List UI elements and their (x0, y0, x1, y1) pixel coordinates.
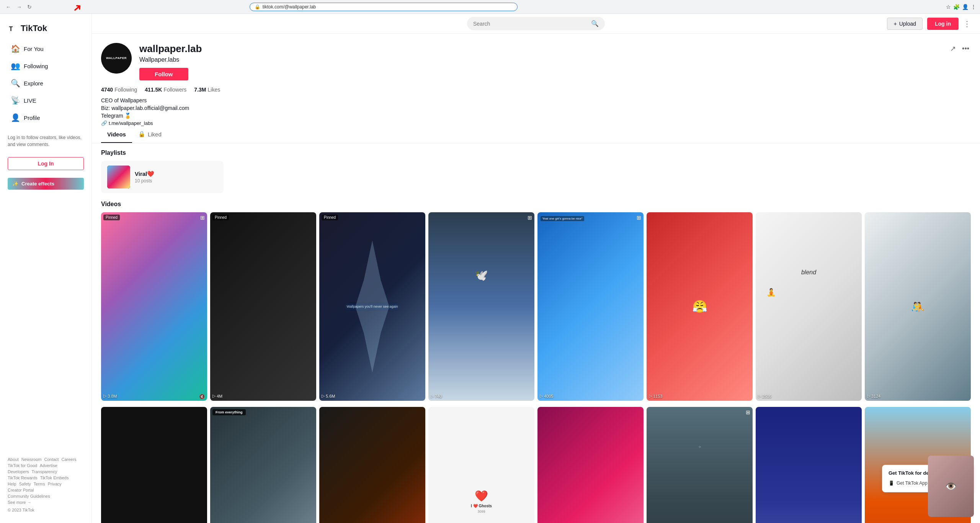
likes-label: Likes (207, 87, 220, 93)
video-overlay-text-3: Wallpapers you'll never see again (347, 305, 398, 308)
sidebar-footer: About Newsroom Contact Careers TikTok fo… (0, 453, 91, 517)
following-icon: 👥 (11, 61, 20, 70)
footer-link-developers[interactable]: Developers (8, 469, 29, 474)
more-options-button[interactable]: ••• (960, 43, 971, 54)
upload-plus-icon: + (893, 21, 897, 27)
profile-displayname: Wallpaper.labs (139, 56, 941, 63)
profile-icon[interactable]: 👤 (962, 4, 969, 10)
see-more-text: See more → (8, 500, 31, 505)
sidebar-item-explore[interactable]: 🔍 Explore (3, 75, 88, 92)
footer-link-safety[interactable]: Safety (19, 482, 31, 486)
profile-link-url[interactable]: t.me/wallpaper_labs (109, 120, 153, 126)
video-card-2[interactable]: Pinned ▷ 4M (210, 212, 316, 401)
videos-grid-row1: Pinned ⊞ ▷ 3.8M 🔇 Pinned ▷ 4M (101, 212, 971, 401)
upload-button[interactable]: + Upload (887, 18, 923, 30)
video-card-7[interactable]: blend 🧘 ▷ 2516 (756, 212, 862, 401)
refresh-button[interactable]: ↻ (25, 3, 34, 11)
footer-link-contact[interactable]: Contact (44, 457, 59, 462)
video-card-15[interactable]: ▷ 6880 (756, 407, 862, 523)
video-card-4[interactable]: 🕊️ ⊞ ▷ 740 (428, 212, 534, 401)
video-stats-7: ▷ 2516 (758, 393, 771, 398)
video-card-6[interactable]: 😤 ▷ 1153 (647, 212, 753, 401)
video-thumbnail-15 (756, 407, 862, 523)
footer-link-embeds[interactable]: TikTok Embeds (40, 475, 69, 480)
footer-link-creator-portal[interactable]: Creator Portal (8, 488, 34, 492)
tiktok-logo[interactable]: T TikTok (0, 20, 91, 40)
sidebar-item-following[interactable]: 👥 Following (3, 57, 88, 74)
mute-icon-1: 🔇 (199, 394, 205, 399)
tiktok-logo-icon: T (8, 23, 18, 34)
pinned-badge-2: Pinned (212, 215, 229, 220)
footer-link-terms[interactable]: Terms (34, 482, 45, 486)
share-button[interactable]: ↗ (949, 43, 957, 54)
forward-button[interactable]: → (15, 3, 24, 11)
video-card-12[interactable]: ❤️ I ❤️ Ghosts 3099 ▷ 3099 (428, 407, 534, 523)
footer-link-community[interactable]: Community Guidelines (8, 494, 50, 498)
app-layout: T TikTok 🏠 For You 👥 Following 🔍 Explore… (0, 14, 980, 523)
tab-liked[interactable]: 🔒 Liked (132, 126, 168, 143)
footer-link-about[interactable]: About (8, 457, 19, 462)
playlists-title: Playlists (101, 149, 971, 156)
video-card-3[interactable]: Pinned Wallpapers you'll never see again… (319, 212, 425, 401)
video-thumbnail-2 (210, 212, 316, 401)
footer-row-3: Developers Transparency (8, 469, 84, 474)
blend-text: blend (801, 269, 816, 276)
footer-link-rewards[interactable]: TikTok Rewards (8, 475, 38, 480)
footer-link-transparency[interactable]: Transparency (32, 469, 57, 474)
footer-row-1: About Newsroom Contact Careers (8, 457, 84, 462)
video-card-8[interactable]: 🤼 ▷ 3124 (865, 212, 971, 401)
liked-lock-icon: 🔒 (138, 131, 145, 138)
menu-dots-icon[interactable]: ⋮ (971, 4, 976, 10)
footer-row-6: Creator Portal (8, 488, 84, 492)
profile-actions: ↗ ••• (949, 43, 971, 54)
footer-link-newsroom[interactable]: Newsroom (21, 457, 42, 462)
bookmark-icon[interactable]: ☆ (946, 4, 951, 10)
video-stats-4: ▷ 740 (431, 393, 442, 398)
video-card-13[interactable]: ▷ 3002 (537, 407, 644, 523)
playlist-card-viral[interactable]: Viral❤️ 10 posts (101, 161, 224, 193)
video-thumbnail-4 (428, 212, 534, 401)
footer-row-7: Community Guidelines (8, 494, 84, 498)
play-icon-3: ▷ (322, 393, 325, 398)
create-effects-button[interactable]: ✨ Create effects (8, 178, 84, 190)
profile-header: WALLPAPER wallpaper.lab Wallpaper.labs F… (101, 43, 971, 80)
tab-videos[interactable]: Videos (101, 126, 132, 143)
sidebar-item-profile[interactable]: 👤 Profile (3, 109, 88, 126)
footer-link-help[interactable]: Help (8, 482, 16, 486)
footer-link-advertise[interactable]: Advertise (40, 463, 57, 468)
lock-icon: 🔒 (255, 4, 260, 10)
sidebar-login-button[interactable]: Log In (8, 157, 84, 170)
video-thumbnail-11 (319, 407, 425, 523)
person-icon: 👤 (11, 113, 20, 122)
video-stats-5: ▷ 4005 (540, 393, 553, 398)
floating-video-preview[interactable]: 👁️ (928, 456, 974, 517)
footer-link-privacy[interactable]: Privacy (48, 482, 62, 486)
footer-link-careers[interactable]: Careers (61, 457, 76, 462)
videos-title: Videos (101, 201, 971, 208)
follow-button[interactable]: Follow (139, 68, 188, 80)
sidebar-item-live[interactable]: 📡 LIVE (3, 92, 88, 109)
copyright-text: © 2023 TikTok (8, 508, 84, 512)
video-card-14[interactable]: ✈ ⊞ ▷ 2546 (647, 407, 753, 523)
topbar-login-button[interactable]: Log in (927, 18, 959, 30)
sidebar-label-for-you: For You (24, 46, 44, 52)
video-card-9[interactable]: ▷ 2033 (101, 407, 207, 523)
address-bar[interactable]: 🔒 tiktok.com/@wallpaper.lab (250, 3, 518, 11)
following-label: Following (114, 87, 137, 93)
footer-see-more[interactable]: See more → (8, 500, 84, 505)
video-thumbnail-14 (647, 407, 753, 523)
topbar-menu-icon[interactable]: ⋮ (963, 19, 971, 28)
view-count-5: 4005 (544, 394, 553, 398)
video-card-10[interactable]: From everything ▷ 31.2K (210, 407, 316, 523)
search-input[interactable] (473, 21, 588, 27)
video-card-11[interactable]: ▷ 2161 (319, 407, 425, 523)
extensions-icon[interactable]: 🧩 (953, 4, 960, 10)
sidebar-item-for-you[interactable]: 🏠 For You (3, 40, 88, 57)
footer-link-tiktok-good[interactable]: TikTok for Good (8, 463, 37, 468)
live-icon: 📡 (11, 96, 20, 105)
search-bar[interactable]: 🔍 (467, 17, 605, 30)
video-card-1[interactable]: Pinned ⊞ ▷ 3.8M 🔇 (101, 212, 207, 401)
video-card-5[interactable]: "that one girl's gonna be nice" ⊞ ▷ 4005 (537, 212, 644, 401)
likes-count: 7.3M (194, 87, 206, 93)
back-button[interactable]: ← (4, 3, 13, 11)
